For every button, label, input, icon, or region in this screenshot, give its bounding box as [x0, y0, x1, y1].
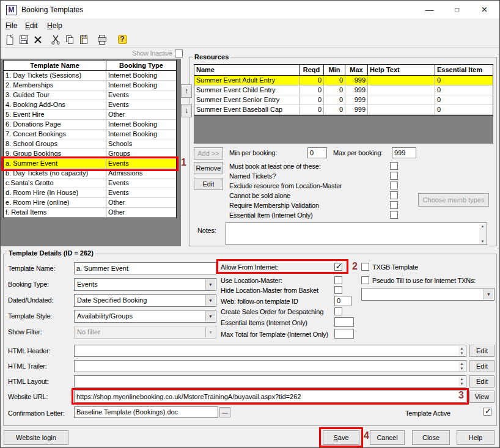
html-layout-edit-button[interactable]: Edit	[469, 375, 494, 387]
dated-undated-select[interactable]: Date Specified Booking ▼	[74, 294, 216, 307]
column-header-min[interactable]: Min	[324, 65, 345, 75]
allow-internet-checkbox[interactable]	[334, 263, 342, 271]
scroll-arrows-icon[interactable]: ▲▼	[458, 346, 465, 356]
close-button-footer[interactable]: Close	[412, 430, 450, 445]
cut-icon[interactable]	[49, 34, 62, 46]
move-resource-down-button[interactable]: ↓	[181, 104, 192, 117]
scroll-up-icon[interactable]: ▲	[460, 347, 464, 350]
template-row[interactable]: 9. Group BookingsGroups	[4, 149, 176, 159]
column-header-help-text[interactable]: Help Text	[368, 65, 435, 75]
scroll-up-icon[interactable]: ▲	[460, 362, 464, 365]
template-row[interactable]: 3. Guided TourEvents	[4, 90, 176, 100]
template-row[interactable]: e. Room Hire (online)Other	[4, 198, 176, 208]
template-row[interactable]: 7. Concert BookingsInternet Booking	[4, 130, 176, 139]
template-row[interactable]: f. Retail ItemsOther	[4, 208, 176, 218]
resource-option-checkbox[interactable]	[390, 162, 398, 170]
help-icon[interactable]: ?	[116, 34, 129, 46]
column-header-essential-item[interactable]: Essential Item	[435, 65, 493, 75]
maximize-button[interactable]: □	[443, 1, 471, 19]
essential-items-input[interactable]	[334, 317, 354, 327]
show-inactive-checkbox[interactable]	[175, 50, 183, 57]
template-row[interactable]: 8. School GroupsSchools	[4, 139, 176, 149]
chevron-down-icon[interactable]: ▼	[205, 311, 215, 321]
scroll-down-icon[interactable]: ▼	[481, 240, 485, 243]
scroll-arrows-icon[interactable]: ▲▼	[458, 361, 465, 371]
menu-edit[interactable]: Edit	[25, 21, 38, 30]
chevron-down-icon[interactable]: ▼	[483, 289, 493, 299]
notes-textarea[interactable]: ▲▼	[226, 222, 487, 245]
menu-help[interactable]: Help	[47, 21, 62, 30]
column-header-template-name[interactable]: Template Name	[4, 61, 106, 70]
browse-confirmation-button[interactable]: ...	[219, 407, 230, 417]
html-trailer-input[interactable]: ▲▼	[74, 360, 466, 372]
copy-icon[interactable]	[63, 34, 76, 46]
column-header-name[interactable]: Name	[194, 65, 300, 75]
resource-row[interactable]: Summer Event Adult Entry009990	[194, 76, 493, 86]
template-row[interactable]: 1. Day Tickets (Sessions)Internet Bookin…	[4, 71, 176, 81]
template-row[interactable]: a. Summer EventEvents	[4, 159, 176, 169]
column-header-max[interactable]: Max	[345, 65, 368, 75]
delete-icon[interactable]	[31, 34, 45, 46]
show-filter-select[interactable]: No filter ▼	[74, 326, 216, 339]
resource-option-checkbox[interactable]	[390, 172, 398, 180]
txgb-checkbox[interactable]	[361, 263, 369, 271]
column-header-booking-type[interactable]: Booking Type	[106, 61, 176, 70]
print-icon[interactable]	[95, 34, 109, 46]
min-per-booking-input[interactable]: 0	[307, 147, 327, 158]
template-row[interactable]: 6. Donations PageInternet Booking	[4, 120, 176, 130]
chevron-down-icon[interactable]: ▼	[205, 327, 215, 337]
scroll-down-icon[interactable]: ▼	[460, 382, 464, 386]
pseudo-till-select[interactable]: ▼	[361, 288, 494, 301]
template-active-checkbox[interactable]	[483, 408, 491, 416]
web-followon-input[interactable]: 0	[334, 296, 351, 306]
choose-memb-types-button[interactable]: Choose memb types	[418, 193, 489, 207]
resource-option-checkbox[interactable]	[390, 182, 398, 189]
booking-type-select[interactable]: Events ▼	[74, 278, 216, 291]
cancel-button[interactable]: Cancel	[370, 430, 405, 445]
view-website-button[interactable]: View	[469, 391, 494, 403]
resource-option-checkbox[interactable]	[390, 201, 398, 209]
remove-resource-button[interactable]: Remove	[194, 162, 223, 174]
menu-file[interactable]: File	[6, 21, 17, 30]
template-style-select[interactable]: Availability/Groups ▼	[74, 310, 216, 323]
hide-location-basket-checkbox[interactable]	[334, 286, 342, 294]
template-name-input[interactable]: a. Summer Event	[74, 262, 216, 274]
max-per-booking-input[interactable]: 999	[392, 147, 416, 158]
html-layout-input[interactable]: ▲▼	[74, 375, 466, 387]
help-button[interactable]: Help	[457, 430, 494, 445]
template-row[interactable]: c.Santa's GrottoEvents	[4, 178, 176, 188]
website-login-button[interactable]: Website login	[4, 430, 68, 445]
template-row[interactable]: b. Day Tickets (no capacity)Admissions	[4, 169, 176, 178]
template-row[interactable]: d. Room Hire (In House)Events	[4, 188, 176, 198]
save-button[interactable]: Save	[323, 430, 359, 445]
resource-row[interactable]: Summer Event Baseball Cap009990	[194, 105, 493, 115]
resource-option-checkbox[interactable]	[390, 191, 398, 199]
scroll-up-icon[interactable]: ▲	[460, 377, 464, 381]
scroll-down-icon[interactable]: ▼	[460, 367, 464, 370]
new-document-icon[interactable]	[3, 34, 17, 46]
resource-option-checkbox[interactable]	[390, 211, 398, 219]
column-header-reqd[interactable]: Reqd	[300, 65, 324, 75]
confirmation-letter-input[interactable]: Baseline Template (Bookings).doc	[74, 406, 218, 418]
move-resource-up-button[interactable]: ↑	[181, 84, 192, 98]
add-resource-button[interactable]: Add >>	[194, 147, 223, 160]
html-header-input[interactable]: ▲▼	[74, 345, 466, 357]
scroll-down-icon[interactable]: ▼	[460, 351, 464, 355]
max-total-input[interactable]	[334, 329, 354, 339]
template-row[interactable]: 5. Event HireOther	[4, 110, 176, 120]
scroll-arrows-icon[interactable]: ▲▼	[458, 376, 465, 386]
minimize-button[interactable]: —	[416, 1, 443, 19]
scroll-up-icon[interactable]: ▲	[481, 224, 485, 228]
website-url-input[interactable]: https://shop.myonlinebooking.co.uk/Mstor…	[74, 391, 466, 403]
close-button[interactable]: ×	[471, 1, 498, 19]
save-icon[interactable]	[17, 34, 31, 46]
template-row[interactable]: 2. MembershipsInternet Booking	[4, 81, 176, 90]
chevron-down-icon[interactable]: ▼	[205, 279, 215, 290]
pseudo-till-checkbox[interactable]	[361, 276, 369, 284]
use-location-master-checkbox[interactable]	[334, 276, 342, 284]
resource-row[interactable]: Summer Event Child Entry009990	[194, 86, 493, 95]
html-trailer-edit-button[interactable]: Edit	[469, 360, 494, 372]
html-header-edit-button[interactable]: Edit	[469, 345, 494, 357]
notes-scrollbar[interactable]: ▲▼	[479, 224, 486, 244]
create-sales-order-checkbox[interactable]	[334, 307, 342, 315]
